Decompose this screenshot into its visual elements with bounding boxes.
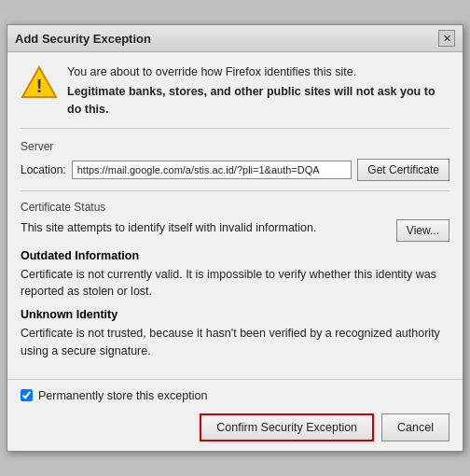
dialog-body: ! You are about to override how Firefox … — [7, 52, 463, 378]
svg-text:!: ! — [36, 76, 43, 96]
get-certificate-button[interactable]: Get Certificate — [357, 159, 449, 181]
warning-normal-text: You are about to override how Firefox id… — [67, 65, 356, 78]
location-label: Location: — [21, 163, 66, 176]
outdated-section: Outdated Information Certificate is not … — [21, 249, 449, 301]
outdated-text: Certificate is not currently valid. It i… — [21, 266, 449, 301]
unknown-identity-text: Certificate is not trusted, because it h… — [21, 325, 449, 360]
unknown-identity-section: Unknown Identity Certificate is not trus… — [21, 308, 449, 360]
permanently-store-label[interactable]: Permanently store this exception — [38, 389, 207, 402]
warning-icon: ! — [21, 63, 58, 101]
button-row: Confirm Security Exception Cancel — [21, 413, 449, 441]
server-section-label: Server — [21, 140, 449, 153]
permanently-store-row: Permanently store this exception — [21, 389, 449, 402]
location-row: Location: Get Certificate — [21, 159, 449, 181]
cancel-button[interactable]: Cancel — [381, 413, 449, 441]
cert-status-row: This site attempts to identify itself wi… — [21, 219, 449, 242]
dialog-title: Add Security Exception — [15, 32, 151, 46]
warning-section: ! You are about to override how Firefox … — [21, 63, 449, 128]
confirm-security-exception-button[interactable]: Confirm Security Exception — [200, 413, 374, 441]
close-button[interactable]: ✕ — [438, 30, 455, 47]
cert-status-section: Certificate Status This site attempts to… — [21, 201, 449, 242]
cert-status-label: Certificate Status — [21, 201, 449, 214]
server-section: Server Location: Get Certificate — [21, 140, 449, 191]
location-input[interactable] — [72, 161, 352, 179]
warning-text: You are about to override how Firefox id… — [67, 63, 449, 118]
outdated-title: Outdated Information — [21, 249, 449, 262]
view-button[interactable]: View... — [396, 219, 449, 242]
permanently-store-checkbox[interactable] — [21, 389, 33, 401]
cert-status-text: This site attempts to identify itself wi… — [21, 219, 389, 234]
add-security-exception-dialog: Add Security Exception ✕ ! You are about… — [7, 24, 463, 451]
bottom-section: Permanently store this exception Confirm… — [7, 379, 463, 451]
warning-bold-text: Legitimate banks, stores, and other publ… — [67, 83, 449, 119]
title-bar: Add Security Exception ✕ — [7, 25, 463, 52]
unknown-identity-title: Unknown Identity — [21, 308, 449, 321]
